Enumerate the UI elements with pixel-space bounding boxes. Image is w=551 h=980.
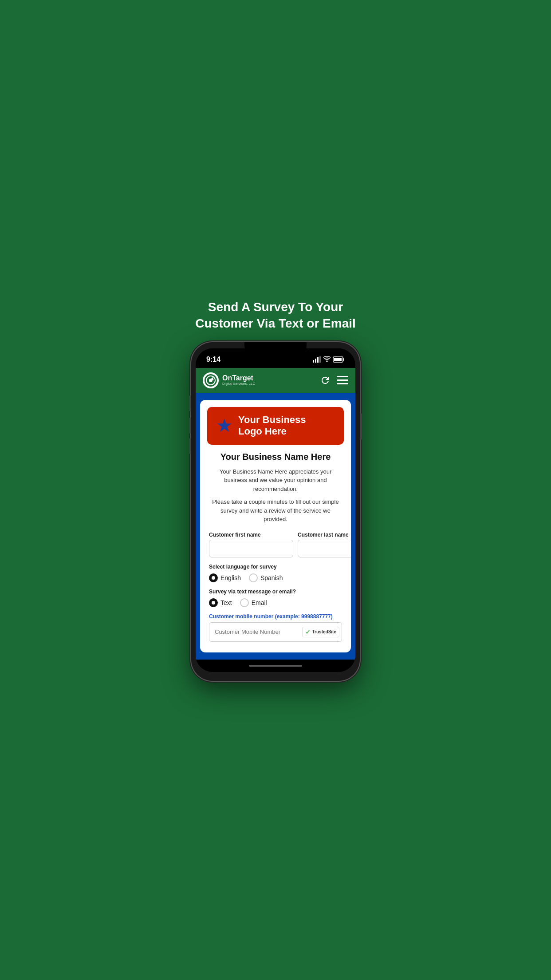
survey-method-section: Survey via text message or email? Text E… [209,589,342,607]
trusted-site-badge: ✓ TrustedSite [302,627,339,637]
survey-card: ★ Your Business Logo Here Your Business … [200,400,351,652]
survey-method-radio-group: Text Email [209,598,342,607]
english-radio-btn[interactable] [209,573,218,582]
svg-rect-7 [334,358,342,361]
method-email-option[interactable]: Email [240,598,267,607]
mobile-section: Customer mobile number (example: 9998887… [209,613,342,642]
logo-circle [203,372,219,388]
svg-point-4 [327,361,328,362]
logo-text-area: OnTarget Digital Services, LLC [222,375,255,386]
business-logo-line2: Logo Here [238,426,306,437]
svg-rect-2 [317,357,319,363]
language-section: Select language for survey English Spani… [209,564,342,582]
first-name-group: Customer first name [209,532,293,557]
wifi-icon [323,356,331,363]
name-fields-row: Customer first name Customer last name [209,532,342,557]
email-radio-btn[interactable] [240,598,249,607]
logo-area: OnTarget Digital Services, LLC [203,372,255,388]
app-content: OnTarget Digital Services, LLC [196,368,355,660]
text-label: Text [220,599,232,606]
svg-rect-11 [337,376,348,377]
business-description: Your Business Name Here appreciates your… [209,467,342,494]
business-logo-banner: ★ Your Business Logo Here [207,407,344,445]
business-name: Your Business Name Here [209,452,342,462]
form-content: Your Business Name Here Your Business Na… [200,445,351,652]
first-name-input[interactable] [209,540,293,557]
header-icons [320,375,348,386]
ontarget-logo-icon [204,374,217,387]
text-radio-btn[interactable] [209,598,218,607]
svg-rect-3 [319,356,321,363]
phone-screen: 9:14 [196,348,355,672]
home-bar [249,665,302,667]
language-radio-group: English Spanish [209,573,342,582]
phone-shell: 9:14 [191,342,360,681]
language-spanish-option[interactable]: Spanish [249,573,283,582]
email-label: Email [252,599,267,606]
notch [244,342,307,355]
mobile-input-wrapper: ✓ TrustedSite [209,622,342,642]
svg-rect-6 [343,358,344,361]
svg-rect-12 [337,379,348,381]
last-name-group: Customer last name [298,532,351,557]
home-indicator [196,660,355,672]
spanish-label: Spanish [260,574,283,581]
menu-icon[interactable] [337,376,348,385]
language-english-option[interactable]: English [209,573,241,582]
mobile-number-label: Customer mobile number (example: 9998887… [209,613,342,620]
card-wrapper: ★ Your Business Logo Here Your Business … [196,393,355,660]
logo-brand: OnTarget [222,375,255,382]
language-label: Select language for survey [209,564,342,570]
last-name-input[interactable] [298,540,351,557]
svg-rect-0 [313,360,314,363]
method-text-option[interactable]: Text [209,598,232,607]
signal-icon [313,356,321,363]
svg-rect-1 [315,359,316,363]
battery-icon [333,356,345,363]
star-icon: ★ [216,416,233,435]
english-label: English [220,574,241,581]
first-name-label: Customer first name [209,532,293,538]
logo-sub: Digital Services, LLC [222,382,255,386]
svg-rect-13 [337,383,348,384]
refresh-icon[interactable] [320,375,331,386]
survey-prompt: Please take a couple minutes to fill out… [209,498,342,524]
trusted-check-icon: ✓ [305,628,311,636]
page-wrapper: Send A Survey To Your Customer Via Text … [184,299,367,681]
trusted-site-text: TrustedSite [312,629,336,634]
spanish-radio-btn[interactable] [249,573,258,582]
business-logo-text-area: Your Business Logo Here [238,414,306,438]
app-header: OnTarget Digital Services, LLC [196,368,355,393]
status-icons [313,356,345,363]
page-headline: Send A Survey To Your Customer Via Text … [195,299,356,332]
mobile-example: 9998887777 [301,613,331,620]
status-time: 9:14 [206,356,220,364]
business-logo-line1: Your Business [238,414,306,426]
survey-method-label: Survey via text message or email? [209,589,342,595]
last-name-label: Customer last name [298,532,351,538]
